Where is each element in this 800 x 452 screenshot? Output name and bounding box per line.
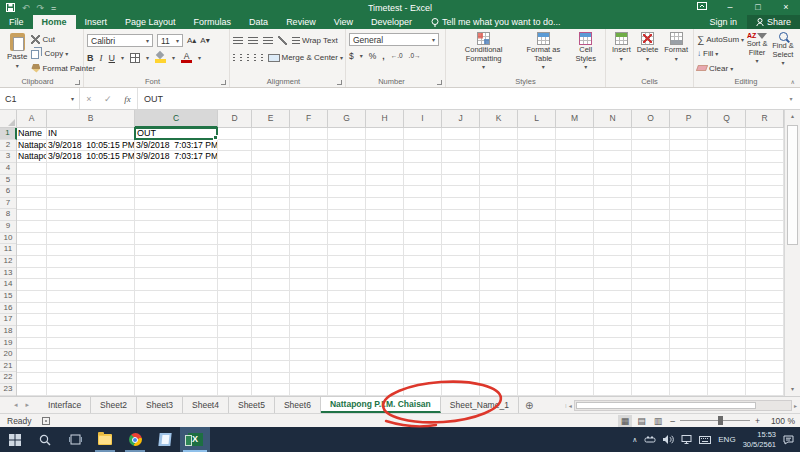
- taskbar-clock[interactable]: 15:53 30/5/2561: [743, 430, 776, 449]
- cell-b1[interactable]: IN: [47, 128, 134, 140]
- row-header[interactable]: 10: [0, 233, 16, 245]
- column-header[interactable]: J: [442, 110, 480, 128]
- comma-style-icon[interactable]: ,: [382, 51, 384, 61]
- sheet-tab[interactable]: Sheet_Name_1: [441, 397, 519, 413]
- sheet-tab[interactable]: Sheet2: [91, 397, 137, 413]
- percent-style-icon[interactable]: %: [369, 51, 377, 61]
- action-center-icon[interactable]: [783, 435, 794, 445]
- enter-icon[interactable]: ✓: [104, 94, 112, 104]
- italic-button[interactable]: I: [100, 53, 103, 63]
- zoom-level[interactable]: 100 %: [765, 416, 795, 426]
- orientation-icon[interactable]: [278, 36, 287, 45]
- vertical-scrollbar[interactable]: ▴ ▾: [784, 110, 800, 396]
- paste-button[interactable]: Paste ▾: [3, 31, 31, 76]
- clipboard-dialog-launcher-icon[interactable]: [75, 80, 80, 85]
- font-size-select[interactable]: 11▾: [157, 34, 183, 47]
- row-header[interactable]: 21: [0, 361, 16, 373]
- row-header[interactable]: 14: [0, 279, 16, 291]
- cell-a1[interactable]: Name: [17, 128, 46, 140]
- increase-indent-icon[interactable]: [261, 54, 263, 61]
- ribbon-tab[interactable]: View: [325, 15, 362, 29]
- ribbon-tab[interactable]: Review: [277, 15, 325, 29]
- ribbon-tab[interactable]: Home: [33, 15, 76, 29]
- column-header[interactable]: G: [328, 110, 366, 128]
- splitter-icon[interactable]: ⁞: [565, 403, 567, 409]
- column-header[interactable]: R: [746, 110, 784, 128]
- expand-formula-bar-icon[interactable]: ▾: [782, 88, 800, 109]
- prev-sheet-icon[interactable]: ◂: [14, 401, 18, 409]
- alignment-dialog-launcher-icon[interactable]: [337, 80, 342, 85]
- horizontal-scrollbar[interactable]: ⁞ ◂ ▸: [565, 400, 797, 411]
- next-sheet-icon[interactable]: ▸: [26, 401, 30, 409]
- borders-icon[interactable]: [130, 53, 140, 63]
- sheet-tab[interactable]: Sheet6: [275, 397, 321, 413]
- grow-font-icon[interactable]: A▴: [187, 36, 196, 45]
- page-layout-view-icon[interactable]: ▤: [634, 415, 649, 427]
- decrease-decimal-icon[interactable]: .0→: [409, 52, 421, 59]
- notepad-button[interactable]: [150, 427, 180, 452]
- row-header[interactable]: 16: [0, 303, 16, 315]
- sort-filter-button[interactable]: AZ Sort & Filter▾: [744, 31, 770, 76]
- cell-b3[interactable]: 3/9/2018 10:05:15 PM: [47, 151, 134, 163]
- scroll-right-icon[interactable]: ▸: [794, 402, 797, 409]
- wrap-text-button[interactable]: Wrap Text: [292, 35, 338, 47]
- conditional-formatting-button[interactable]: Conditional Formatting▾: [449, 31, 518, 76]
- align-middle-icon[interactable]: [248, 37, 258, 44]
- ribbon-tab[interactable]: Data: [240, 15, 277, 29]
- cell-c2[interactable]: 3/9/2018 7:03:17 PM: [135, 140, 217, 152]
- increase-decimal-icon[interactable]: ←.0: [391, 52, 403, 59]
- save-icon[interactable]: [6, 3, 15, 12]
- ribbon-tab[interactable]: Formulas: [185, 15, 241, 29]
- clear-button[interactable]: Clear▾: [697, 62, 744, 74]
- select-all-corner[interactable]: [0, 110, 17, 128]
- close-button[interactable]: ×: [772, 0, 800, 15]
- excel-taskbar-button[interactable]: X: [180, 427, 210, 452]
- underline-button[interactable]: U: [109, 53, 116, 63]
- row-header[interactable]: 4: [0, 163, 16, 175]
- ribbon-tab[interactable]: Insert: [76, 15, 117, 29]
- sign-in-link[interactable]: Sign in: [699, 15, 747, 29]
- column-header[interactable]: F: [290, 110, 328, 128]
- minimize-button[interactable]: –: [716, 0, 744, 15]
- delete-cells-button[interactable]: Delete▾: [635, 31, 661, 76]
- row-header[interactable]: 1: [0, 128, 17, 140]
- task-view-button[interactable]: [60, 427, 90, 452]
- column-header[interactable]: H: [366, 110, 404, 128]
- insert-function-icon[interactable]: fx: [124, 94, 131, 104]
- horizontal-scroll-thumb[interactable]: [576, 402, 756, 409]
- cell-a2[interactable]: Nattapong: [17, 140, 46, 152]
- row-header[interactable]: 22: [0, 372, 16, 384]
- sheet-tab[interactable]: Sheet5: [229, 397, 275, 413]
- name-box-dropdown-icon[interactable]: ▾: [71, 95, 74, 102]
- row-header[interactable]: 17: [0, 314, 16, 326]
- active-cell-selection[interactable]: [134, 127, 218, 140]
- network-icon[interactable]: [681, 435, 692, 444]
- font-color-icon[interactable]: A: [181, 52, 192, 63]
- scroll-up-icon[interactable]: ▴: [791, 110, 794, 123]
- column-header[interactable]: L: [518, 110, 556, 128]
- zoom-in-icon[interactable]: +: [755, 416, 760, 426]
- row-header[interactable]: 3: [0, 151, 16, 163]
- align-right-icon[interactable]: [247, 54, 249, 61]
- fill-button[interactable]: ↓Fill▾: [697, 48, 744, 60]
- row-header[interactable]: 5: [0, 175, 16, 187]
- align-center-icon[interactable]: [240, 54, 242, 61]
- align-left-icon[interactable]: [233, 54, 235, 61]
- column-header[interactable]: Q: [708, 110, 746, 128]
- hidden-icons-chevron[interactable]: ∧: [632, 436, 637, 444]
- collapse-ribbon-icon[interactable]: ∧: [791, 78, 795, 85]
- row-header[interactable]: 7: [0, 198, 16, 210]
- row-header[interactable]: 23: [0, 384, 16, 396]
- language-indicator[interactable]: ENG: [718, 435, 735, 444]
- column-header[interactable]: P: [670, 110, 708, 128]
- new-sheet-icon[interactable]: ⊕: [519, 397, 539, 413]
- row-header[interactable]: 18: [0, 326, 16, 338]
- volume-icon[interactable]: [663, 435, 674, 444]
- column-header[interactable]: N: [594, 110, 632, 128]
- qat-customize-icon[interactable]: =: [51, 3, 56, 13]
- row-header[interactable]: 20: [0, 349, 16, 361]
- bold-button[interactable]: B: [87, 53, 94, 63]
- decrease-indent-icon[interactable]: [254, 54, 256, 61]
- row-header[interactable]: 9: [0, 221, 16, 233]
- zoom-out-icon[interactable]: –: [670, 416, 675, 426]
